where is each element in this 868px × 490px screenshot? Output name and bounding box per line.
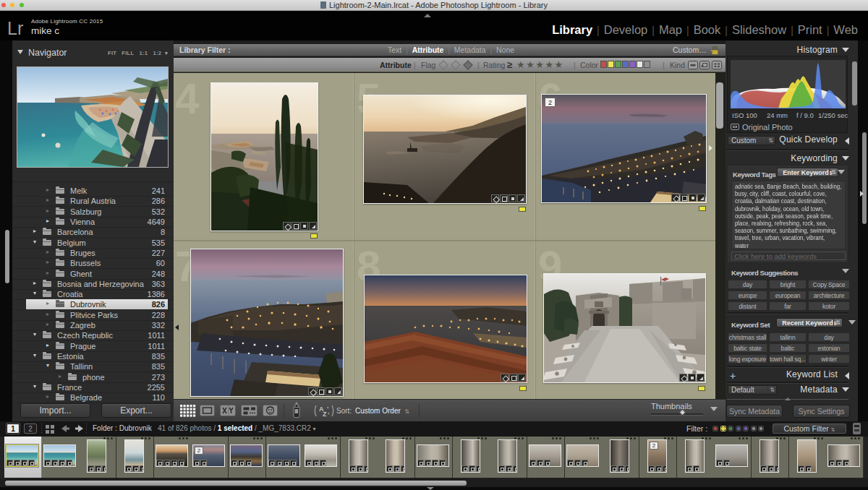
svg-text:Z: Z <box>323 411 327 418</box>
